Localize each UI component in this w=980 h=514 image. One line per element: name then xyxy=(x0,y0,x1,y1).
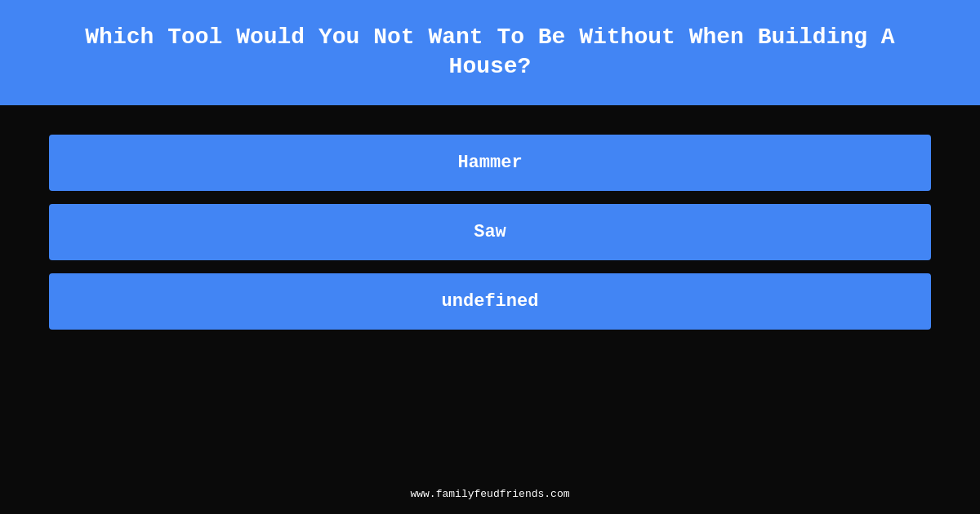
footer-url: www.familyfeudfriends.com xyxy=(410,488,569,500)
question-title: Which Tool Would You Not Want To Be With… xyxy=(49,23,931,82)
answer-button-2[interactable]: Saw xyxy=(49,204,931,260)
answer-button-1[interactable]: Hammer xyxy=(49,135,931,191)
question-header: Which Tool Would You Not Want To Be With… xyxy=(0,0,980,105)
answer-button-3[interactable]: undefined xyxy=(49,273,931,330)
footer: www.familyfeudfriends.com xyxy=(0,478,980,514)
answers-container: Hammer Saw undefined xyxy=(0,110,980,478)
